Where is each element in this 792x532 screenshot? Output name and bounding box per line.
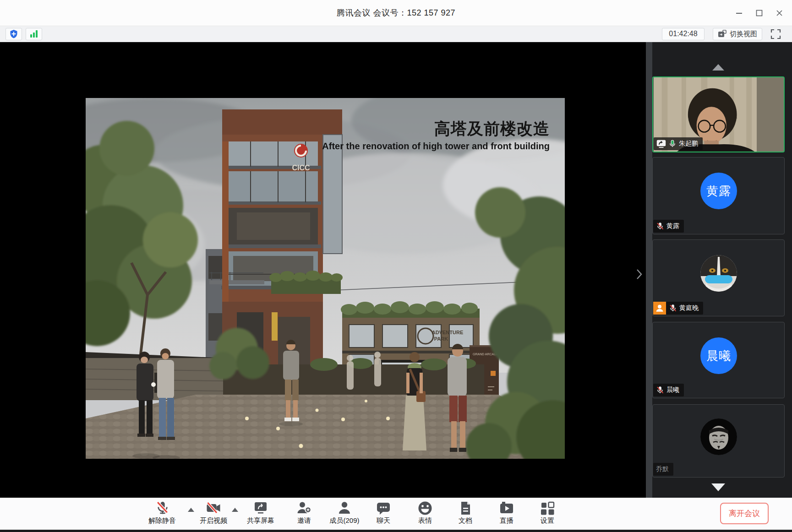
- participants-sidebar: 朱起鹏 黄露 黄露: [652, 42, 792, 498]
- live-button[interactable]: 直播: [485, 500, 529, 525]
- scroll-down-arrow[interactable]: [711, 483, 725, 491]
- avatar: [700, 255, 737, 292]
- switch-view-label: 切换视图: [730, 30, 757, 38]
- video-options-caret[interactable]: [232, 508, 238, 512]
- mic-on-icon: [668, 140, 677, 148]
- participant-name: 黄庭晚: [679, 304, 699, 312]
- chevron-right-icon: [636, 268, 643, 280]
- settings-label: 设置: [541, 516, 554, 525]
- avatar: 晨曦: [700, 337, 737, 374]
- slide-rendering: CICC: [86, 98, 565, 459]
- meeting-timer: 01:42:48: [662, 28, 705, 40]
- mask-avatar-image: [700, 418, 737, 455]
- minimize-button[interactable]: [729, 0, 749, 26]
- invite-button[interactable]: 邀请: [282, 500, 326, 525]
- svg-text:PARK: PARK: [434, 336, 448, 342]
- presentation-slide: CICC: [86, 98, 565, 459]
- close-button[interactable]: [769, 0, 789, 26]
- participant-tile[interactable]: 黄露 黄露: [652, 157, 785, 234]
- top-toolbar: 01:42:48 切换视图: [0, 26, 792, 42]
- camera-muted-icon: [206, 500, 221, 516]
- participant-name: 晨曦: [666, 386, 679, 394]
- participant-tag: 黄庭晚: [653, 302, 703, 315]
- content-area: CICC: [0, 42, 792, 498]
- fullscreen-icon: [770, 29, 781, 39]
- svg-text:CICC: CICC: [292, 164, 310, 172]
- participant-tile[interactable]: 晨曦 晨曦: [652, 322, 785, 398]
- chat-button[interactable]: 聊天: [361, 500, 405, 525]
- leave-meeting-button[interactable]: 离开会议: [720, 503, 769, 524]
- unmute-button[interactable]: 解除静音: [140, 500, 184, 525]
- share-screen-label: 共享屏幕: [247, 516, 274, 525]
- settings-button[interactable]: 设置: [525, 500, 569, 525]
- scroll-up-arrow[interactable]: [712, 64, 724, 71]
- stage-sidebar-splitter[interactable]: [646, 42, 652, 498]
- avatar: [700, 418, 737, 455]
- fullscreen-button[interactable]: [770, 29, 781, 39]
- settings-icon: [540, 500, 555, 516]
- share-screen-icon: [253, 500, 268, 516]
- mic-muted-icon: [155, 500, 170, 516]
- live-label: 直播: [500, 516, 513, 525]
- participant-name: 黄露: [666, 222, 679, 230]
- mic-muted-icon: [656, 386, 664, 394]
- cat-avatar-image: [700, 255, 737, 292]
- close-icon: [776, 10, 783, 16]
- shield-plus-icon: [10, 29, 18, 38]
- window-title: 腾讯会议 会议号：152 157 927: [337, 7, 455, 18]
- switch-view-icon: [718, 30, 727, 38]
- participant-name: 朱起鹏: [679, 140, 698, 148]
- docs-label: 文档: [459, 516, 472, 525]
- members-button[interactable]: 成员(209): [322, 500, 366, 525]
- svg-text:ADVENTURE: ADVENTURE: [432, 330, 463, 335]
- start-video-button[interactable]: 开启视频: [191, 500, 235, 525]
- participant-tag: 乔默: [653, 463, 673, 476]
- mic-muted-icon: [656, 222, 664, 230]
- window-bottom-edge: [0, 530, 792, 532]
- sidebar-collapse-chevron[interactable]: [636, 268, 643, 280]
- docs-button[interactable]: 文档: [443, 500, 487, 525]
- person-badge-icon: [655, 304, 664, 313]
- participant-tag: 黄露: [653, 220, 684, 233]
- docs-icon: [458, 500, 473, 516]
- participant-tile[interactable]: 乔默: [652, 404, 785, 478]
- chat-label: 聊天: [377, 516, 390, 525]
- screen-sharing-icon: [656, 140, 666, 148]
- share-screen-button[interactable]: 共享屏幕: [239, 500, 283, 525]
- members-icon: [337, 500, 352, 516]
- emoji-icon: [417, 500, 433, 516]
- members-label: 成员(209): [329, 516, 359, 525]
- emoji-label: 表情: [418, 516, 432, 525]
- participant-tag: 朱起鹏: [654, 137, 703, 150]
- participant-tag: 晨曦: [653, 384, 684, 396]
- unmute-label: 解除静音: [148, 516, 176, 525]
- invite-icon: [296, 500, 312, 516]
- participant-name: 乔默: [656, 465, 669, 473]
- slide-titles: 高塔及前楼改造 After the renovation of high tow…: [322, 118, 550, 152]
- slide-title-zh: 高塔及前楼改造: [322, 118, 550, 140]
- maximize-button[interactable]: [749, 0, 769, 26]
- maximize-icon: [756, 10, 763, 16]
- slide-title-en: After the renovation of high tower and f…: [322, 141, 550, 152]
- meeting-window: 腾讯会议 会议号：152 157 927 01:42:: [0, 0, 792, 532]
- mic-muted-icon: [669, 304, 677, 312]
- signal-bars-icon: [30, 30, 38, 38]
- network-signal-button[interactable]: [26, 28, 42, 40]
- minimize-icon: [736, 10, 743, 16]
- switch-view-button[interactable]: 切换视图: [713, 28, 762, 40]
- window-controls: [729, 0, 789, 26]
- avatar: 黄露: [700, 173, 737, 209]
- bottom-toolbar: 解除静音 开启视频 共享屏幕: [0, 498, 792, 530]
- person-badge: [653, 302, 666, 315]
- live-icon: [499, 500, 514, 516]
- shared-screen-stage: CICC: [0, 42, 646, 498]
- security-shield-button[interactable]: [5, 28, 22, 40]
- titlebar: 腾讯会议 会议号：152 157 927: [0, 0, 792, 26]
- invite-label: 邀请: [297, 516, 311, 525]
- start-video-label: 开启视频: [200, 516, 227, 525]
- participant-tile[interactable]: 黄庭晚: [652, 239, 785, 316]
- chat-icon: [376, 500, 391, 516]
- emoji-button[interactable]: 表情: [403, 500, 447, 525]
- participant-tile-video[interactable]: 朱起鹏: [652, 76, 785, 152]
